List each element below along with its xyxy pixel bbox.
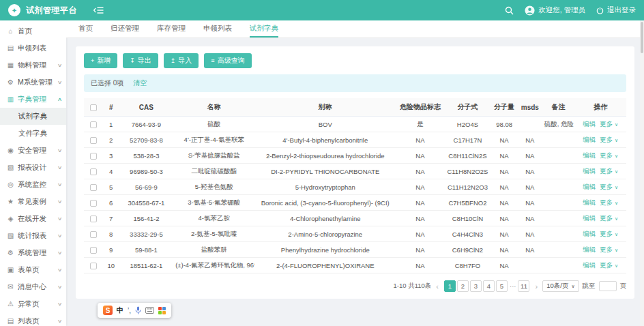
- sidebar-item-label: 字典管理: [18, 95, 58, 104]
- ime-language-toggle[interactable]: 中: [117, 306, 123, 315]
- tab-reagent-dict[interactable]: 试剂字典: [250, 20, 278, 38]
- edit-link[interactable]: 编辑: [583, 246, 596, 253]
- sogou-logo-icon[interactable]: S: [103, 306, 113, 315]
- chevron-down-icon: ∨: [571, 284, 574, 289]
- row-checkbox-cell: [84, 258, 103, 273]
- sidebar-item-system-mgmt[interactable]: ⚙系统管理∨: [0, 244, 66, 261]
- import-button[interactable]: ↥ 导入: [164, 53, 199, 68]
- toolbox-icon[interactable]: [158, 307, 166, 314]
- sidebar-subitem-file-dict[interactable]: 文件字典: [0, 125, 66, 142]
- sidebar-item-m-system-mgmt[interactable]: ⚙M系统管理∨: [0, 74, 66, 91]
- chevron-down-icon: ∨: [57, 301, 63, 307]
- sidebar-item-material-mgmt[interactable]: ▦物料管理∨: [0, 57, 66, 74]
- page-button-5[interactable]: 5: [496, 280, 508, 292]
- edit-link[interactable]: 编辑: [583, 230, 596, 237]
- edit-link[interactable]: 编辑: [583, 167, 596, 175]
- ime-punctuation-toggle[interactable]: ’,: [128, 307, 131, 314]
- clear-selection-link[interactable]: 清空: [133, 78, 147, 88]
- search-icon[interactable]: [505, 6, 514, 15]
- sidebar-item-stat-report[interactable]: ▨统计报表∨: [0, 227, 66, 244]
- sidebar-item-apply-list[interactable]: ▤申领列表: [0, 40, 66, 57]
- more-link[interactable]: 更多 ∨: [600, 214, 618, 222]
- keyboard-icon[interactable]: [145, 307, 154, 314]
- next-page-button[interactable]: ›: [533, 282, 539, 291]
- sidebar-item-home[interactable]: ⌂首页: [0, 23, 66, 40]
- select-all-checkbox[interactable]: [90, 104, 97, 111]
- jump-page-input[interactable]: [599, 281, 617, 291]
- cell-remark: [542, 226, 575, 242]
- row-checkbox[interactable]: [90, 263, 97, 269]
- column-header: 操作: [574, 98, 626, 117]
- sidebar-item-common-cases[interactable]: ★常见案例∨: [0, 193, 66, 210]
- more-link[interactable]: 更多 ∨: [600, 167, 618, 175]
- sidebar-item-list-page[interactable]: ▤列表页∨: [0, 312, 66, 326]
- row-checkbox[interactable]: [90, 137, 97, 144]
- more-link[interactable]: 更多 ∨: [600, 261, 618, 269]
- row-checkbox-cell: [84, 132, 103, 148]
- row-checkbox[interactable]: [90, 200, 97, 207]
- sidebar-item-label: 列表页: [18, 316, 58, 326]
- more-link[interactable]: 更多 ∨: [600, 151, 618, 159]
- export-button[interactable]: ↧ 导出: [123, 53, 158, 68]
- more-link[interactable]: 更多 ∨: [600, 198, 618, 206]
- row-checkbox[interactable]: [90, 184, 97, 191]
- cell-hazard: 是: [396, 117, 445, 132]
- cell-index: 2: [103, 132, 119, 148]
- tab-home[interactable]: 首页: [78, 20, 93, 38]
- sidebar-item-online-dev[interactable]: ◈在线开发∨: [0, 210, 66, 227]
- sidebar-item-label: 在线开发: [18, 214, 58, 224]
- edit-link[interactable]: 编辑: [583, 214, 596, 222]
- row-checkbox[interactable]: [90, 231, 97, 238]
- row-checkbox[interactable]: [90, 121, 97, 128]
- sidebar-item-form-page[interactable]: ▣表单页∨: [0, 261, 66, 278]
- row-checkbox[interactable]: [90, 247, 97, 254]
- edit-link[interactable]: 编辑: [583, 151, 596, 159]
- edit-link[interactable]: 编辑: [583, 261, 596, 269]
- page-button-11[interactable]: 11: [518, 280, 529, 292]
- sidebar-item-report-design[interactable]: ▧报表设计∨: [0, 159, 66, 176]
- logout-button[interactable]: 退出登录: [596, 5, 636, 15]
- advanced-query-button[interactable]: ≡ 高级查询: [204, 53, 251, 68]
- row-checkbox-cell: [84, 117, 103, 132]
- row-checkbox[interactable]: [90, 216, 97, 222]
- edit-link[interactable]: 编辑: [583, 183, 596, 190]
- gear-icon: ⚙: [6, 78, 15, 86]
- scrollbar-thumb[interactable]: [641, 22, 643, 53]
- sidebar-collapse-icon[interactable]: [93, 6, 104, 14]
- sidebar-item-message-center[interactable]: ✉消息中心∨: [0, 278, 66, 295]
- column-header: 分子式: [445, 98, 491, 117]
- cell-cas: 538-28-3: [119, 148, 174, 164]
- edit-link[interactable]: 编辑: [583, 136, 596, 143]
- column-header: #: [103, 98, 119, 117]
- more-link[interactable]: 更多 ∨: [600, 120, 618, 128]
- more-link[interactable]: 更多 ∨: [600, 230, 618, 237]
- tab-inventory-mgmt[interactable]: 库存管理: [157, 20, 186, 38]
- user-menu[interactable]: 欢迎您, 管理员: [525, 5, 585, 16]
- add-button[interactable]: + 新增: [84, 53, 117, 68]
- cell-formula: C8H11ClN2S: [445, 148, 491, 164]
- page-scrollbar[interactable]: [640, 20, 644, 326]
- page-button-3[interactable]: 3: [470, 280, 482, 292]
- page-button-2[interactable]: 2: [457, 280, 469, 292]
- row-checkbox[interactable]: [90, 168, 97, 175]
- mic-icon[interactable]: [135, 306, 141, 314]
- sidebar-item-security-mgmt[interactable]: ◉安全管理∨: [0, 142, 66, 159]
- sidebar-item-dict-mgmt[interactable]: ▥字典管理∧: [0, 91, 66, 108]
- sidebar-item-system-monitor[interactable]: ◎系统监控∨: [0, 176, 66, 193]
- page-size-select[interactable]: 10条/页 ∨: [542, 280, 579, 292]
- ime-toolbar[interactable]: S 中 ’,: [98, 303, 171, 318]
- edit-link[interactable]: 编辑: [583, 120, 596, 128]
- cell-remark: [542, 148, 575, 164]
- more-link[interactable]: 更多 ∨: [600, 246, 618, 253]
- more-link[interactable]: 更多 ∨: [600, 136, 618, 143]
- tab-return-mgmt[interactable]: 归还管理: [111, 20, 139, 38]
- edit-link[interactable]: 编辑: [583, 198, 596, 206]
- row-checkbox[interactable]: [90, 153, 97, 160]
- more-link[interactable]: 更多 ∨: [600, 183, 618, 190]
- page-button-1[interactable]: 1: [444, 280, 456, 292]
- sidebar-subitem-reagent-dict[interactable]: 试剂字典: [0, 108, 66, 125]
- prev-page-button[interactable]: ‹: [435, 282, 440, 291]
- tab-apply-list[interactable]: 申领列表: [203, 20, 232, 38]
- page-button-4[interactable]: 4: [483, 280, 495, 292]
- sidebar-item-exception-page[interactable]: ⚠异常页∨: [0, 295, 66, 312]
